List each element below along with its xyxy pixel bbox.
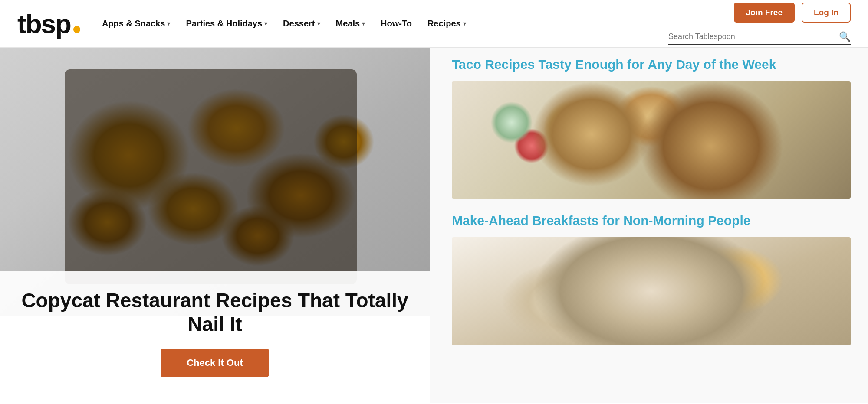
header-left: tbsp Apps & Snacks▾Parties & Holidays▾De… — [17, 10, 466, 37]
main-content: Copycat Restaurant Recipes That Totally … — [0, 48, 868, 403]
nav-item-meals[interactable]: Meals▾ — [336, 19, 365, 29]
search-input[interactable] — [668, 32, 839, 41]
header-right: Join Free Log In 🔍 — [668, 3, 851, 45]
join-free-button[interactable]: Join Free — [734, 3, 795, 23]
hero-caption: Copycat Restaurant Recipes That Totally … — [0, 271, 430, 403]
hero-section: Copycat Restaurant Recipes That Totally … — [0, 48, 430, 403]
nav-item-recipes[interactable]: Recipes▾ — [427, 19, 466, 29]
logo-text: tbsp — [17, 10, 71, 37]
chevron-down-icon: ▾ — [317, 20, 320, 27]
sidebar-feature-2-title: Make-Ahead Breakfasts for Non-Morning Pe… — [452, 212, 851, 229]
nav-item-parties---holidays[interactable]: Parties & Holidays▾ — [186, 19, 267, 29]
burrito-image — [452, 237, 851, 345]
nav-item-how-to[interactable]: How-To — [381, 19, 412, 29]
logo-dot — [73, 26, 80, 33]
header-buttons: Join Free Log In — [734, 3, 851, 23]
main-nav: Apps & Snacks▾Parties & Holidays▾Dessert… — [102, 19, 466, 29]
sidebar-image-1[interactable] — [452, 81, 851, 199]
sidebar: Taco Recipes Tasty Enough for Any Day of… — [430, 48, 868, 403]
nav-item-dessert[interactable]: Dessert▾ — [283, 19, 320, 29]
login-button[interactable]: Log In — [802, 3, 851, 23]
sidebar-image-2[interactable] — [452, 237, 851, 345]
sidebar-feature-1-title: Taco Recipes Tasty Enough for Any Day of… — [452, 56, 851, 73]
search-icon[interactable]: 🔍 — [839, 31, 851, 42]
chevron-down-icon: ▾ — [167, 20, 170, 27]
taco-image — [452, 81, 851, 199]
chevron-down-icon: ▾ — [362, 20, 365, 27]
check-it-out-button[interactable]: Check It Out — [161, 349, 269, 377]
site-header: tbsp Apps & Snacks▾Parties & Holidays▾De… — [0, 0, 868, 48]
nav-item-apps---snacks[interactable]: Apps & Snacks▾ — [102, 19, 171, 29]
search-bar: 🔍 — [668, 31, 851, 45]
hero-title: Copycat Restaurant Recipes That Totally … — [17, 289, 412, 336]
chevron-down-icon: ▾ — [463, 20, 466, 27]
chevron-down-icon: ▾ — [264, 20, 267, 27]
site-logo[interactable]: tbsp — [17, 10, 80, 37]
